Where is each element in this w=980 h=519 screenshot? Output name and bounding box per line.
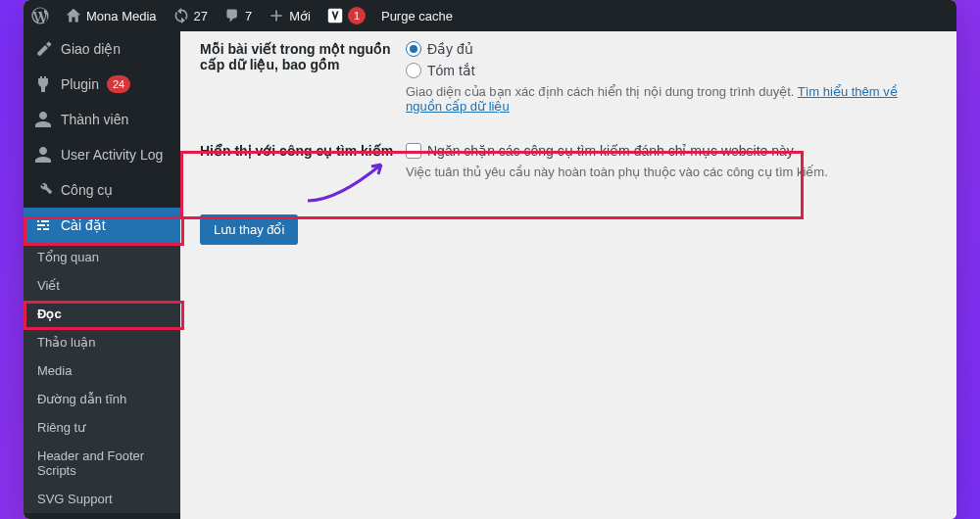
checkbox-block-label: Ngăn chặn các công cụ tìm kiếm đánh chỉ …	[427, 143, 794, 159]
search-visibility-field: Ngăn chặn các công cụ tìm kiếm đánh chỉ …	[406, 143, 937, 179]
new-content[interactable]: Mới	[260, 0, 318, 31]
main-area: Giao diện Plugin 24 Thành viên User Acti…	[24, 31, 956, 519]
comments-link[interactable]: 7	[216, 0, 260, 31]
submenu-permalinks[interactable]: Đường dẫn tĩnh	[24, 385, 180, 413]
form-row-feed-display: Mỗi bài viết trong một nguồn cấp dữ liệu…	[200, 41, 937, 114]
sidebar-item-label: Cài đặt	[61, 217, 106, 233]
radio-summary-label: Tóm tắt	[427, 63, 475, 78]
home-icon	[65, 7, 82, 24]
checkbox-block-indexing[interactable]: Ngăn chặn các công cụ tìm kiếm đánh chỉ …	[406, 143, 937, 159]
sidebar-item-label: Thành viên	[61, 112, 128, 127]
sidebar-item-label: Công cụ	[61, 182, 113, 198]
yoast-badge: 1	[348, 7, 366, 24]
radio-input-summary[interactable]	[406, 63, 421, 78]
plug-icon	[33, 74, 53, 94]
submenu-privacy[interactable]: Riêng tư	[24, 413, 180, 442]
radio-summary[interactable]: Tóm tắt	[406, 63, 937, 78]
sliders-icon	[33, 215, 53, 235]
submenu-writing[interactable]: Viết	[24, 271, 180, 300]
feed-display-field: Đầy đủ Tóm tắt Giao diện của bạn xác địn…	[406, 41, 937, 114]
submenu-discussion[interactable]: Thảo luận	[24, 328, 180, 356]
comments-icon	[223, 7, 241, 24]
sidebar-item-tools[interactable]: Công cụ	[24, 172, 180, 208]
purge-cache[interactable]: Purge cache	[373, 0, 461, 31]
updates-count: 27	[194, 9, 208, 24]
user-icon	[33, 145, 53, 165]
settings-content: Mỗi bài viết trong một nguồn cấp dữ liệu…	[180, 31, 956, 519]
feed-display-label: Mỗi bài viết trong một nguồn cấp dữ liệu…	[200, 41, 406, 114]
submenu-svg[interactable]: SVG Support	[24, 485, 180, 513]
sidebar-item-users[interactable]: Thành viên	[24, 102, 180, 137]
sidebar-submenu: Tổng quan Viết Đọc Thảo luận Media Đường…	[24, 243, 180, 513]
sidebar-item-settings[interactable]: Cài đặt	[24, 208, 180, 243]
wrench-icon	[33, 180, 53, 200]
yoast-link[interactable]: 1	[318, 0, 373, 31]
save-button[interactable]: Lưu thay đổi	[200, 214, 298, 245]
submenu-hfs[interactable]: Header and Footer Scripts	[24, 442, 180, 485]
updates-link[interactable]: 27	[165, 0, 216, 31]
new-label: Mới	[289, 9, 311, 24]
form-row-search-visibility: Hiển thị với công cụ tìm kiếm Ngăn chặn …	[200, 143, 937, 179]
sidebar-item-label: User Activity Log	[61, 147, 163, 163]
sidebar-item-label: Plugin	[61, 76, 99, 92]
submenu-general[interactable]: Tổng quan	[24, 243, 180, 271]
updates-icon	[172, 7, 190, 24]
wordpress-icon	[31, 7, 49, 24]
sidebar-item-label: Giao diện	[61, 41, 121, 57]
wp-logo[interactable]	[24, 0, 57, 31]
comments-count: 7	[245, 9, 252, 24]
site-home[interactable]: Mona Media	[57, 0, 165, 31]
checkbox-input[interactable]	[406, 143, 421, 159]
plus-icon	[268, 7, 285, 24]
radio-full-label: Đầy đủ	[427, 41, 473, 57]
sidebar-item-activity-log[interactable]: User Activity Log	[24, 137, 180, 172]
submenu-media[interactable]: Media	[24, 356, 180, 385]
user-icon	[33, 110, 53, 129]
radio-full[interactable]: Đầy đủ	[406, 41, 937, 57]
submenu-reading[interactable]: Đọc	[24, 300, 180, 328]
admin-toolbar: Mona Media 27 7 Mới 1 Purge	[24, 0, 956, 31]
feed-desc: Giao diện của bạn xác định cách hiển thị…	[406, 84, 937, 114]
sidebar-item-themes[interactable]: Giao diện	[24, 31, 180, 67]
site-name-label: Mona Media	[86, 9, 157, 24]
app-frame: Mona Media 27 7 Mới 1 Purge	[24, 0, 956, 519]
yoast-icon	[326, 7, 344, 24]
search-visibility-desc: Việc tuân thủ yêu cầu này hoàn toàn phụ …	[406, 165, 937, 179]
purge-label: Purge cache	[381, 9, 453, 24]
radio-input-full[interactable]	[406, 41, 421, 57]
sidebar-item-plugins[interactable]: Plugin 24	[24, 67, 180, 102]
brush-icon	[33, 39, 53, 59]
plugin-badge: 24	[107, 75, 130, 93]
search-visibility-label: Hiển thị với công cụ tìm kiếm	[200, 143, 406, 179]
admin-sidebar: Giao diện Plugin 24 Thành viên User Acti…	[24, 31, 180, 519]
